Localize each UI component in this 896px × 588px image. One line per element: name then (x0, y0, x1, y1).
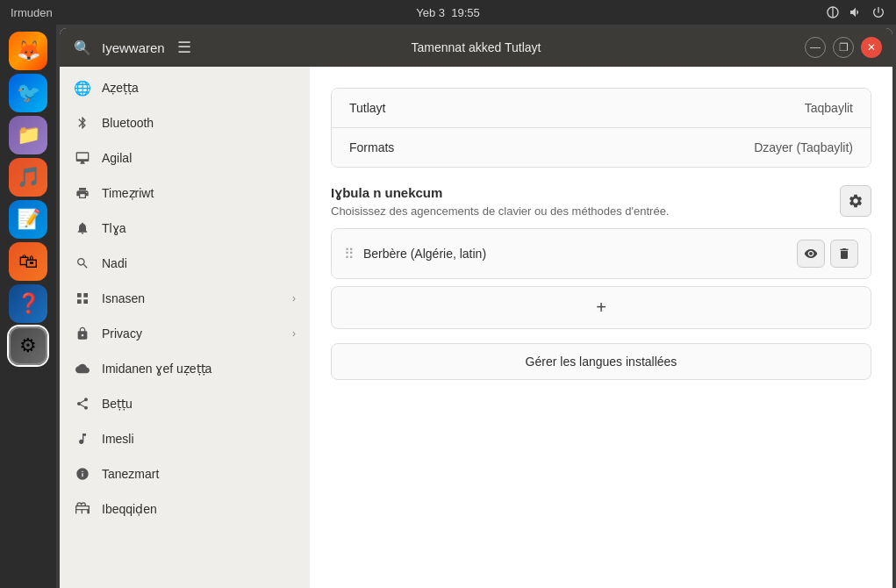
privacy-icon (74, 325, 91, 342)
main-area: 🦊 🐦 📁 🎵 📝 🛍 ❓ ⚙ 🔍 Iyewwaren ☰ Tamennat a… (0, 25, 896, 588)
dock-appstore[interactable]: 🛍 (9, 242, 47, 281)
sidebar-item-agilal[interactable]: Agilal (60, 140, 310, 176)
sidebar-item-bluetooth[interactable]: Bluetooth (60, 105, 310, 140)
taskbar-app-name: Irmuden (11, 6, 53, 19)
isnasen-arrow: › (292, 292, 296, 305)
tlya-icon (74, 219, 91, 237)
language-value: Taqbaylit (805, 101, 853, 115)
titlebar-left: 🔍 Iyewwaren ☰ (70, 35, 197, 60)
input-method-name: Berbère (Algérie, latin) (363, 247, 788, 261)
dock-files[interactable]: 📁 (9, 116, 47, 154)
input-section-header: Iɣbula n unekcum Choisissez des agenceme… (331, 185, 871, 218)
azetta-icon: 🌐 (74, 79, 91, 97)
sidebar-label-imidanen: Imidanen ɣef uẓeṭṭa (102, 362, 296, 376)
sidebar-label-timezriwt: Timeẓriwt (102, 186, 296, 200)
sidebar-item-nadi[interactable]: Nadi (60, 246, 310, 281)
maximize-button[interactable]: ❐ (833, 37, 854, 58)
dock: 🦊 🐦 📁 🎵 📝 🛍 ❓ ⚙ (0, 25, 56, 588)
window-body: 🌐 Aẓeṭṭa Bluetooth Agilal (60, 67, 892, 588)
sidebar-item-azetta[interactable]: 🌐 Aẓeṭṭa (60, 70, 310, 105)
sidebar-label-nadi: Nadi (102, 256, 296, 270)
sidebar-label-azetta: Aẓeṭṭa (102, 81, 296, 95)
sidebar-item-imesli[interactable]: Imesli (60, 421, 310, 456)
window: 🔍 Iyewwaren ☰ Tamennat akked Tutlayt — ❐… (60, 28, 892, 588)
timezriwt-icon (74, 184, 91, 202)
input-method-card: ⠿ Berbère (Algérie, latin) (331, 228, 871, 279)
formats-value: Dzayer (Taqbaylit) (754, 140, 853, 154)
titlebar: 🔍 Iyewwaren ☰ Tamennat akked Tutlayt — ❐… (60, 28, 892, 67)
eye-icon (804, 247, 818, 261)
sidebar-label-bettu: Beṭṭu (102, 397, 296, 411)
add-input-method-row[interactable]: + (331, 286, 871, 329)
sidebar-label-imesli: Imesli (102, 432, 296, 446)
dock-help[interactable]: ❓ (9, 284, 47, 323)
input-section-desc: Choisissez des agencements de clavier ou… (331, 204, 669, 218)
input-method-actions (797, 240, 858, 268)
sidebar-label-ibeqqiden: Ibeqqiḍen (102, 502, 296, 516)
nadi-icon (74, 255, 91, 272)
taskbar-date: Yeb 3 (416, 6, 445, 19)
content-area: Tutlayt Taqbaylit Formats Dzayer (Taqbay… (310, 67, 892, 588)
imidanen-icon (74, 360, 91, 377)
dock-firefox[interactable]: 🦊 (9, 32, 47, 70)
delete-input-method-button[interactable] (830, 240, 858, 268)
bluetooth-icon (74, 114, 91, 132)
taskbar-datetime: Yeb 3 19:55 (416, 6, 480, 19)
formats-row: Formats Dzayer (Taqbaylit) (332, 127, 871, 167)
language-card: Tutlayt Taqbaylit Formats Dzayer (Taqbay… (331, 88, 871, 168)
dock-rhythmbox[interactable]: 🎵 (9, 158, 47, 197)
sidebar-item-isnasen[interactable]: Isnasen › (60, 281, 310, 316)
input-section-title: Iɣbula n unekcum (331, 185, 669, 201)
language-label: Tutlayt (349, 101, 386, 115)
sidebar-item-imidanen[interactable]: Imidanen ɣef uẓeṭṭa (60, 351, 310, 386)
search-button[interactable]: 🔍 (70, 35, 95, 60)
privacy-arrow: › (292, 327, 296, 340)
view-input-method-button[interactable] (797, 240, 825, 268)
taskbar-time: 19:55 (451, 6, 480, 19)
minimize-button[interactable]: — (805, 37, 826, 58)
close-button[interactable]: ✕ (861, 37, 882, 58)
sidebar-label-bluetooth: Bluetooth (102, 116, 296, 130)
sidebar-label-agilal: Agilal (102, 151, 296, 165)
bettu-icon (74, 395, 91, 412)
dock-thunderbird[interactable]: 🐦 (9, 74, 47, 112)
sidebar-label-tanezmart: Tanezmart (102, 467, 296, 481)
window-title: Tamennat akked Tutlayt (412, 40, 541, 54)
sidebar-title-text: Iyewwaren (102, 40, 165, 55)
sidebar-item-ibeqqiden[interactable]: Ibeqqiḍen (60, 491, 310, 527)
formats-label: Formats (349, 140, 394, 154)
sidebar-item-privacy[interactable]: Privacy › (60, 316, 310, 351)
drag-handle-icon[interactable]: ⠿ (344, 246, 355, 262)
ibeqqiden-icon (74, 500, 91, 518)
taskbar: Irmuden Yeb 3 19:55 (0, 0, 896, 25)
power-icon[interactable] (871, 5, 885, 19)
tanezmart-icon (74, 465, 91, 483)
window-controls: — ❐ ✕ (805, 37, 882, 58)
dock-settings[interactable]: ⚙ (9, 326, 47, 365)
menu-button[interactable]: ☰ (172, 35, 197, 60)
dock-writer[interactable]: 📝 (9, 200, 47, 239)
sidebar-item-tlya[interactable]: Tlɣa (60, 211, 310, 246)
input-method-row: ⠿ Berbère (Algérie, latin) (332, 229, 871, 278)
sidebar: 🌐 Aẓeṭṭa Bluetooth Agilal (60, 67, 310, 588)
taskbar-system-icons (826, 5, 885, 19)
network-icon[interactable] (826, 5, 840, 19)
sidebar-item-bettu[interactable]: Beṭṭu (60, 386, 310, 421)
input-settings-button[interactable] (840, 185, 871, 217)
sidebar-label-privacy: Privacy (102, 326, 282, 341)
gear-icon (848, 193, 864, 209)
sidebar-item-timezriwt[interactable]: Timeẓriwt (60, 176, 310, 211)
volume-icon[interactable] (849, 5, 863, 19)
imesli-icon (74, 430, 91, 448)
language-row: Tutlayt Taqbaylit (332, 89, 871, 127)
manage-languages-button[interactable]: Gérer les langues installées (331, 343, 871, 380)
trash-icon (837, 247, 851, 261)
agilal-icon (74, 149, 91, 167)
sidebar-item-tanezmart[interactable]: Tanezmart (60, 456, 310, 491)
add-icon: + (596, 298, 606, 318)
isnasen-icon (74, 290, 91, 307)
sidebar-label-isnasen: Isnasen (102, 291, 282, 305)
sidebar-label-tlya: Tlɣa (102, 221, 296, 235)
input-section-text: Iɣbula n unekcum Choisissez des agenceme… (331, 185, 669, 218)
